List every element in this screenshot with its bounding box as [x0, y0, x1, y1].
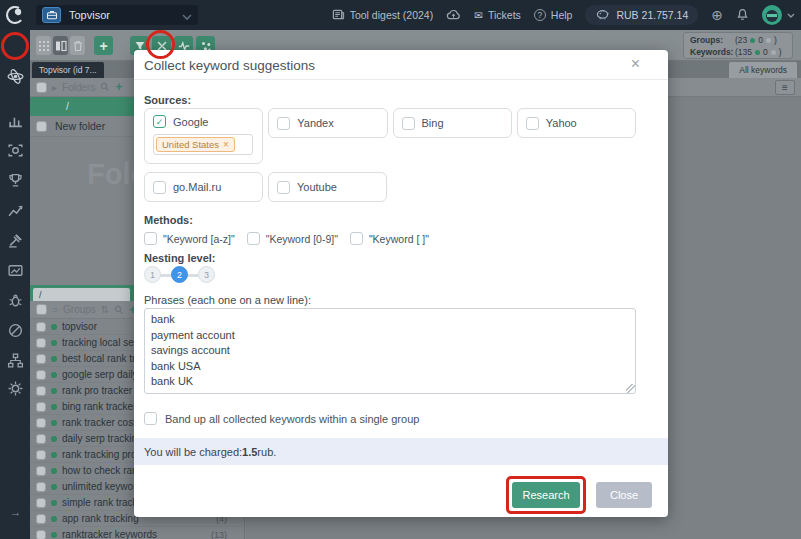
source-card-youtube: Youtube — [268, 172, 387, 202]
trends-icon[interactable] — [7, 202, 24, 219]
modal-close-icon[interactable]: × — [631, 55, 640, 73]
ads-banner-icon[interactable] — [7, 262, 24, 279]
current-folder-tab[interactable]: / — [33, 288, 130, 301]
youtube-checkbox[interactable] — [277, 181, 290, 194]
group-status-dot — [51, 340, 57, 346]
table-menu-icon[interactable]: ≡ — [775, 80, 795, 95]
cloud-icon — [446, 9, 461, 22]
topbar-actions: Tool digest (2024) ✉ Tickets ? Help RUB … — [332, 0, 795, 30]
external-link-icon[interactable]: ↗ — [7, 535, 24, 539]
project-tab[interactable]: Topvisor (id 7... — [32, 62, 104, 78]
topvisor-app: Topvisor Tool digest (2024) ✉ Tickets ? … — [0, 0, 801, 539]
group-status-dot — [51, 452, 57, 458]
group-checkbox[interactable] — [36, 370, 46, 380]
topvisor-logo-icon[interactable] — [4, 4, 26, 26]
keyword-research-icon[interactable] — [7, 68, 24, 85]
group-checkbox[interactable] — [36, 450, 46, 460]
project-selector[interactable]: Topvisor — [36, 5, 198, 25]
caret-right-icon[interactable]: ▸ — [52, 82, 57, 93]
method-az-checkbox[interactable] — [144, 232, 157, 245]
tool-digest-link[interactable]: Tool digest (2024) — [332, 8, 433, 23]
group-status-dot — [51, 532, 57, 538]
group-checkbox[interactable] — [36, 418, 46, 428]
group-checkbox[interactable] — [36, 386, 46, 396]
yahoo-checkbox[interactable] — [526, 117, 539, 130]
source-card-bing: Bing — [393, 108, 512, 138]
view-grid-button[interactable] — [36, 36, 51, 55]
inactive-dot-icon — [766, 38, 771, 43]
view-columns-button[interactable] — [53, 36, 68, 55]
group-checkbox[interactable] — [36, 434, 46, 444]
group-status-dot — [51, 516, 57, 522]
methods-row: "Keyword [a-z]" "Keyword [0-9]" "Keyword… — [144, 232, 429, 245]
disavow-links-icon[interactable] — [7, 322, 24, 339]
yandex-checkbox[interactable] — [277, 117, 290, 130]
notifications-bell-icon[interactable] — [736, 8, 749, 23]
nesting-stop-3[interactable]: 3 — [198, 266, 215, 283]
folder-checkbox[interactable] — [36, 121, 47, 132]
sources-label: Sources: — [144, 94, 191, 106]
sort-icon[interactable]: ⇅ — [101, 304, 109, 315]
nesting-stop-2[interactable]: 2 — [171, 266, 188, 283]
add-keyword-button[interactable]: + — [94, 36, 113, 55]
nesting-level-label: Nesting level: — [144, 252, 216, 264]
search-icon[interactable] — [100, 82, 110, 92]
group-checkbox[interactable] — [36, 402, 46, 412]
delete-button[interactable] — [70, 36, 85, 55]
nesting-level-slider[interactable]: 1 2 3 — [144, 266, 224, 284]
google-checkbox[interactable]: ✓ — [153, 115, 166, 128]
left-sidebar: → ↗ — [0, 30, 30, 539]
site-audit-bug-icon[interactable] — [7, 292, 24, 309]
method-az: "Keyword [a-z]" — [144, 232, 235, 245]
method-brackets: "Keyword [ ]" — [350, 232, 429, 245]
add-folder-icon[interactable]: + — [115, 80, 122, 94]
select-all-folders-checkbox[interactable] — [36, 82, 47, 93]
help-link[interactable]: ? Help — [534, 9, 573, 21]
remove-tag-icon[interactable]: × — [223, 139, 229, 150]
group-checkbox[interactable] — [36, 338, 46, 348]
project-structure-icon[interactable] — [7, 352, 24, 369]
gomailru-checkbox[interactable] — [153, 181, 166, 194]
group-checkbox[interactable] — [36, 482, 46, 492]
competitors-trophy-icon[interactable] — [7, 172, 24, 189]
google-region-input[interactable]: United States × — [153, 134, 253, 155]
user-menu[interactable] — [762, 5, 795, 25]
updates-cloud-button[interactable] — [446, 9, 461, 22]
method-brackets-checkbox[interactable] — [350, 232, 363, 245]
method-09-checkbox[interactable] — [247, 232, 260, 245]
avatar — [762, 5, 782, 25]
group-name: ranktracker keywords — [62, 529, 206, 539]
inactive-dot-icon — [771, 50, 776, 55]
search-icon[interactable] — [114, 305, 124, 315]
research-button[interactable]: Research — [512, 482, 580, 508]
snapshots-icon[interactable] — [7, 142, 24, 159]
phrases-textarea[interactable]: bank payment account savings account ban… — [144, 308, 636, 394]
keywords-count-label: Keywords: — [690, 47, 732, 57]
group-checkbox[interactable] — [36, 498, 46, 508]
band-up-checkbox[interactable] — [144, 412, 157, 425]
select-all-groups-checkbox[interactable] — [36, 304, 47, 315]
group-keyword-count: (13) — [211, 530, 227, 539]
group-checkbox[interactable] — [36, 530, 46, 539]
bing-checkbox[interactable] — [402, 117, 415, 130]
nesting-stop-1[interactable]: 1 — [144, 266, 161, 283]
group-checkbox[interactable] — [36, 322, 46, 332]
modal-footer: Research Close — [506, 476, 652, 514]
balance-display[interactable]: RUB 21.757.14 — [585, 5, 698, 25]
add-funds-icon[interactable]: ⊕ — [711, 8, 723, 22]
group-checkbox[interactable] — [36, 354, 46, 364]
tickets-link[interactable]: ✉ Tickets — [474, 9, 521, 21]
bids-gavel-icon[interactable] — [7, 232, 24, 249]
balance-amount: RUB 21.757.14 — [616, 9, 688, 21]
all-keywords-tab[interactable]: All keywords — [729, 62, 797, 78]
group-row[interactable]: ranktracker keywords (13) — [30, 527, 245, 539]
charge-amount: 1.5 — [242, 446, 257, 458]
collapse-sidebar-icon[interactable]: → — [7, 505, 24, 522]
project-name: Topvisor — [69, 9, 182, 21]
group-checkbox[interactable] — [36, 466, 46, 476]
group-checkbox[interactable] — [36, 514, 46, 524]
rank-chart-icon[interactable] — [7, 112, 24, 129]
status-circle-icon: ○ — [52, 304, 58, 315]
settings-gear-icon[interactable] — [7, 380, 24, 397]
close-button[interactable]: Close — [596, 482, 652, 508]
